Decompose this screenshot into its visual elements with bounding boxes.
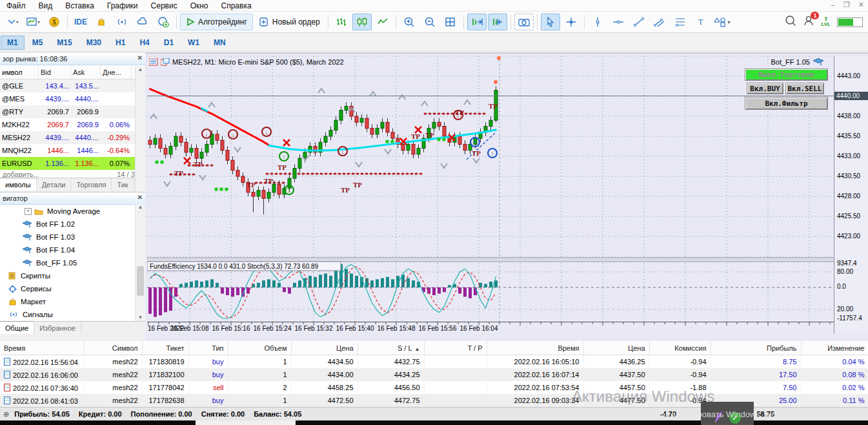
mw-column-3[interactable]: Дне...: [101, 65, 132, 79]
menu-item-Окно[interactable]: Окно: [184, 1, 215, 10]
dollar-coin-icon[interactable]: $: [45, 14, 64, 30]
market-watch-row[interactable]: M2KH222069.72069.90.06%: [0, 118, 145, 131]
navigator-item-Скрипты[interactable]: Скрипты: [0, 269, 145, 282]
history-column-4[interactable]: Объем: [228, 341, 291, 355]
timeframe-D1[interactable]: D1: [157, 36, 180, 50]
screenshot-icon[interactable]: [514, 14, 534, 30]
search-icon[interactable]: [785, 15, 796, 29]
menu-item-Вид[interactable]: Вид: [32, 1, 59, 10]
nav-tab-Общие[interactable]: Общие: [0, 321, 34, 334]
signals-icon[interactable]: [112, 14, 132, 30]
restore-icon[interactable]: ❐: [843, 1, 850, 9]
trendline-tool-icon[interactable]: [629, 14, 649, 30]
shapes-tool-icon[interactable]: ▾: [712, 14, 732, 30]
chart-dropdown-icon[interactable]: [3, 14, 23, 30]
history-row[interactable]: 2022.02.16 07:36:40mesh22171778042sell24…: [0, 381, 868, 394]
timeframe-M30[interactable]: M30: [80, 36, 108, 50]
algotrading-button[interactable]: Алготрейдинг: [180, 14, 253, 30]
navigator-item-Bot_FF-1.05[interactable]: Bot_FF 1.05: [0, 256, 145, 269]
horizontal-line-tool-icon[interactable]: [609, 14, 628, 30]
menu-item-Графики[interactable]: Графики: [101, 1, 145, 10]
history-column-6[interactable]: S / L▲: [358, 341, 424, 355]
nav-tab-Избранное[interactable]: Избранное: [34, 322, 81, 334]
navigator-item-Сигналы[interactable]: Сигналы: [0, 308, 145, 321]
market-watch-row[interactable]: EURUSD1.136...1.136...0.07%: [0, 157, 145, 170]
timeframe-M1[interactable]: M1: [1, 36, 25, 50]
navigator-item-Moving-Average[interactable]: +Moving Average: [0, 205, 145, 218]
navigator-item-Маркет[interactable]: Маркет: [0, 295, 145, 308]
history-header-row[interactable]: ВремяСимволТикетТипОбъемЦенаS / L▲T / PВ…: [0, 341, 868, 355]
history-column-11[interactable]: Прибыль: [711, 341, 801, 355]
fibonacci-tool-icon[interactable]: [671, 14, 690, 30]
lvl-icon[interactable]: ⇧LVL: [821, 17, 831, 27]
market-watch-row[interactable]: MNQH221446...1446...-0.64%: [0, 144, 145, 157]
community-icon[interactable]: [154, 14, 173, 30]
timeframe-W1[interactable]: W1: [181, 36, 206, 50]
minimize-icon[interactable]: –: [831, 1, 835, 9]
notifications-icon[interactable]: 1: [803, 15, 814, 29]
expand-icon[interactable]: +: [25, 208, 32, 215]
history-column-7[interactable]: T / P: [424, 341, 487, 355]
timeframe-M5[interactable]: M5: [26, 36, 50, 50]
vertical-line-tool-icon[interactable]: [588, 14, 607, 30]
navigator-scrollbar[interactable]: ▲▼: [135, 204, 145, 321]
close-icon[interactable]: ✕: [858, 1, 864, 9]
mw-column-1[interactable]: Bid: [39, 65, 71, 79]
ea-button-Вкл.BUY[interactable]: Вкл.BUY: [747, 83, 783, 94]
zoom-in-icon[interactable]: [399, 14, 419, 30]
ide-button[interactable]: IDE: [71, 14, 90, 30]
history-column-1[interactable]: Символ: [84, 341, 142, 355]
timeframe-MN[interactable]: MN: [207, 36, 232, 50]
mw-tab-имволы[interactable]: имволы: [0, 178, 37, 191]
navigator-item-Bot-FF-1.03[interactable]: Bot FF 1.03: [0, 231, 145, 244]
market-watch-row[interactable]: @MES4439....4440....: [0, 92, 145, 105]
navigator-item-Bot-FF-1.02[interactable]: Bot FF 1.02: [0, 218, 145, 231]
mw-column-0[interactable]: имвол: [0, 65, 39, 79]
menu-item-Файл[interactable]: Файл: [0, 1, 32, 10]
history-column-12[interactable]: Изменение: [801, 341, 868, 355]
channel-tool-icon[interactable]: [650, 14, 669, 30]
bars-chart-icon[interactable]: [332, 14, 351, 30]
mw-tab-Детали[interactable]: Детали: [37, 178, 72, 191]
market-watch-row[interactable]: MESH224439....4440....-0.29%: [0, 131, 145, 144]
line-chart-icon[interactable]: [373, 14, 392, 30]
zoom-out-icon[interactable]: [420, 14, 439, 30]
history-column-8[interactable]: Время: [487, 341, 583, 355]
navigator-item-Bot-FF-1.04[interactable]: Bot FF 1.04: [0, 244, 145, 256]
history-row[interactable]: 2022.02.16 15:56:04mesh22171830819buy144…: [0, 355, 868, 369]
crosshair-tool-icon[interactable]: [561, 14, 581, 30]
chart-canvas[interactable]: ↓↓↓↑↓↑↑↓↑TPTPTPTPTPTPTPTPTPTPTPTPFundsEf…: [147, 56, 834, 333]
history-column-5[interactable]: Цена: [291, 341, 358, 355]
market-watch-row[interactable]: @RTY2069.72069.9: [0, 105, 145, 118]
mw-column-2[interactable]: Ask: [71, 65, 101, 79]
auto-scroll-icon[interactable]: [488, 14, 507, 30]
history-column-3[interactable]: Тип: [188, 341, 228, 355]
ea-button-Вкл.Фильтр[interactable]: Вкл.Фильтр: [745, 97, 828, 110]
text-tool-icon[interactable]: T: [691, 14, 711, 30]
menu-item-Справка[interactable]: Справка: [215, 1, 258, 10]
cursor-tool-icon[interactable]: [541, 14, 560, 30]
shift-end-icon[interactable]: [467, 14, 487, 30]
menu-item-Сервис[interactable]: Сервис: [145, 1, 184, 10]
menu-item-Вставка[interactable]: Вставка: [59, 1, 101, 10]
ea-button-Выкл.Торговлю[interactable]: Выкл.Торговлю: [745, 68, 828, 81]
market-bag-icon[interactable]: [92, 14, 111, 30]
candles-chart-icon[interactable]: [352, 14, 372, 30]
mw-tab-Тик[interactable]: Тик: [112, 178, 134, 191]
close-icon[interactable]: ✕: [137, 194, 143, 201]
new-chart-icon[interactable]: [24, 14, 43, 30]
close-icon[interactable]: ✕: [137, 54, 143, 61]
tile-windows-icon[interactable]: [441, 14, 460, 30]
mw-tab-Торговля[interactable]: Торговля: [71, 178, 112, 191]
history-column-0[interactable]: Время: [0, 341, 84, 355]
history-row[interactable]: 2022.02.16 16:06:00mesh22171832100buy144…: [0, 368, 868, 381]
navigator-item-Сервисы[interactable]: Сервисы: [0, 282, 145, 295]
history-column-9[interactable]: Цена: [583, 341, 649, 355]
timeframe-H1[interactable]: H1: [109, 36, 132, 50]
history-column-2[interactable]: Тикет: [142, 341, 188, 355]
ea-button-Вкл.SELL[interactable]: Вкл.SELL: [785, 83, 824, 94]
timeframe-H4[interactable]: H4: [133, 36, 156, 50]
timeframe-M15[interactable]: M15: [50, 36, 78, 50]
market-watch-row[interactable]: @GLE143.4...143.5...: [0, 79, 145, 92]
history-column-10[interactable]: Комиссия: [649, 341, 711, 355]
